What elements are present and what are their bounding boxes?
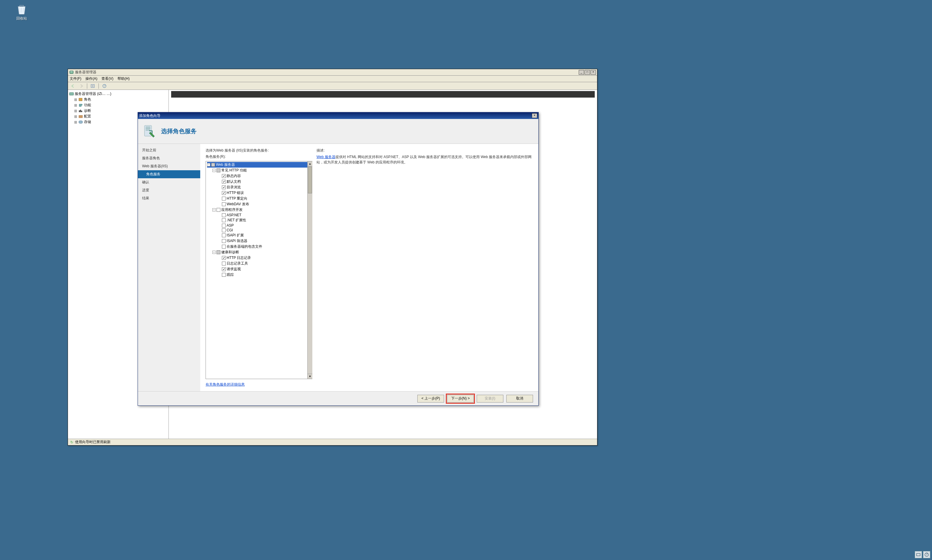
rt-default-doc[interactable]: 默认文档 (222, 179, 311, 185)
next-button[interactable]: 下一步(N) > (447, 395, 474, 403)
tray-window-icon[interactable] (915, 551, 922, 558)
rt-dir-browse[interactable]: 目录浏览 (222, 185, 311, 190)
checkbox-icon[interactable] (222, 197, 226, 200)
checkbox-icon[interactable] (222, 228, 226, 232)
checkbox-icon[interactable] (222, 267, 226, 271)
help-button[interactable]: ? (101, 83, 108, 89)
more-info-link[interactable]: 有关角色服务的详细信息 (206, 382, 312, 387)
desktop-icon-recycle-bin[interactable]: 回收站 (11, 3, 32, 21)
step-results[interactable]: 结果 (138, 194, 200, 202)
checkbox-icon[interactable] (222, 273, 226, 277)
checkbox-icon[interactable] (222, 213, 226, 217)
back-button[interactable] (70, 83, 76, 89)
install-button[interactable]: 安装(I) (477, 395, 503, 403)
rt-ssi[interactable]: 在服务器端的包含文件 (222, 244, 311, 249)
rt-webdav[interactable]: WebDAV 发布 (222, 202, 311, 207)
rt-asp[interactable]: ASP (222, 223, 311, 228)
role-services-tree[interactable]: −Web 服务器 −常见 HTTP 功能 静态内容 默认文档 目录浏览 HTTP… (206, 161, 312, 379)
step-web-iis[interactable]: Web 服务器(IIS) (138, 162, 200, 170)
maximize-button[interactable]: □ (584, 70, 590, 75)
svg-rect-1 (70, 71, 73, 72)
scroll-up-icon[interactable]: ▲ (308, 162, 312, 166)
toolbar: ? (68, 82, 597, 90)
checkbox-icon[interactable] (222, 185, 226, 189)
titlebar[interactable]: 服务器管理器 _ □ × (68, 69, 597, 75)
checkbox-icon[interactable] (222, 245, 226, 249)
rt-common-http[interactable]: −常见 HTTP 功能 (212, 168, 311, 173)
checkbox-icon[interactable] (222, 202, 226, 206)
checkbox-icon[interactable] (222, 256, 226, 260)
features-icon (78, 103, 83, 108)
step-confirm[interactable]: 确认 (138, 178, 200, 186)
roles-icon (78, 98, 83, 102)
step-progress[interactable]: 进度 (138, 186, 200, 194)
description-keyword-link[interactable]: Web 服务器 (317, 155, 335, 159)
close-button[interactable]: × (591, 70, 596, 75)
checkbox-icon[interactable] (222, 180, 226, 184)
checkbox-icon[interactable] (222, 262, 226, 265)
svg-marker-8 (79, 104, 82, 106)
prev-button[interactable]: < 上一步(P) (417, 395, 444, 403)
rt-label: HTTP 错误 (227, 191, 244, 195)
svg-rect-12 (79, 115, 83, 118)
rt-aspnet[interactable]: ASP.NET (222, 213, 311, 217)
step-server-roles[interactable]: 服务器角色 (138, 154, 200, 162)
wizard-icon (143, 124, 157, 138)
storage-icon (78, 120, 83, 124)
rt-app-dev[interactable]: −应用程序开发 (212, 207, 311, 213)
role-tree-scrollbar[interactable]: ▲ ▼ (307, 162, 312, 379)
refresh-button[interactable] (89, 83, 96, 89)
wizard-steps-sidebar: 开始之前 服务器角色 Web 服务器(IIS) 角色服务 确认 进度 结果 (138, 144, 200, 391)
svg-rect-10 (80, 110, 81, 112)
step-before[interactable]: 开始之前 (138, 146, 200, 154)
cancel-button[interactable]: 取消 (506, 395, 533, 403)
rt-http-redirect[interactable]: HTTP 重定向 (222, 196, 311, 202)
rt-label: 常见 HTTP 功能 (221, 168, 247, 173)
rt-http-errors[interactable]: HTTP 错误 (222, 190, 311, 196)
menu-view[interactable]: 查看(V) (102, 76, 113, 81)
refresh-icon: ↻ (70, 440, 73, 444)
forward-button[interactable] (78, 83, 85, 89)
rt-tracing[interactable]: 跟踪 (222, 272, 311, 278)
tree-features[interactable]: ⊞功能 (74, 102, 167, 108)
rt-label: 静态内容 (227, 174, 241, 178)
description-text: Web 服务器提供对 HTML 网站的支持和对 ASP.NET、ASP 以及 W… (317, 154, 533, 165)
menu-file[interactable]: 文件(F) (70, 76, 81, 81)
scroll-down-icon[interactable]: ▼ (308, 374, 312, 379)
rt-net-ext[interactable]: .NET 扩展性 (222, 217, 311, 223)
config-icon (78, 114, 83, 118)
checkbox-icon[interactable] (222, 234, 226, 237)
rt-health[interactable]: −健康和诊断 (212, 249, 311, 255)
dialog-titlebar[interactable]: 添加角色向导 × (138, 112, 538, 119)
svg-rect-11 (81, 111, 82, 112)
tree-label: 配置 (84, 114, 91, 119)
rt-isapi-ext[interactable]: ISAPI 扩展 (222, 232, 311, 238)
rt-label: .NET 扩展性 (227, 218, 246, 223)
menu-help[interactable]: 帮助(H) (117, 76, 130, 81)
menu-action[interactable]: 操作(A) (85, 76, 97, 81)
checkbox-icon[interactable] (222, 239, 226, 243)
svg-rect-9 (79, 110, 80, 112)
dialog-main: 选择为Web 服务器 (IIS)安装的角色服务: 角色服务(R): −Web 服… (200, 144, 538, 391)
checkbox-icon[interactable] (222, 174, 226, 178)
tree-roles[interactable]: ⊞角色 (74, 97, 167, 102)
rt-isapi-filter[interactable]: ISAPI 筛选器 (222, 238, 311, 244)
rt-cgi[interactable]: CGI (222, 228, 311, 232)
tree-root[interactable]: 服务器管理器 (iZi… …) (69, 91, 167, 97)
checkbox-icon[interactable] (222, 224, 226, 228)
rt-log-tools[interactable]: 日志记录工具 (222, 261, 311, 266)
step-role-services[interactable]: 角色服务 (138, 170, 200, 178)
rt-http-log[interactable]: HTTP 日志记录 (222, 255, 311, 261)
dialog-close-button[interactable]: × (532, 113, 537, 118)
rt-static-content[interactable]: 静态内容 (222, 173, 311, 179)
rt-web-server[interactable]: −Web 服务器 (207, 162, 311, 168)
rt-label: ISAPI 扩展 (227, 233, 244, 238)
rt-label: ASP (227, 223, 234, 228)
scroll-thumb[interactable] (308, 167, 312, 193)
checkbox-icon[interactable] (222, 218, 226, 222)
dialog-title: 添加角色向导 (139, 113, 532, 118)
rt-req-monitor[interactable]: 请求监视 (222, 266, 311, 272)
minimize-button[interactable]: _ (579, 70, 584, 75)
tray-help-icon[interactable]: ? (923, 551, 930, 558)
checkbox-icon[interactable] (222, 191, 226, 195)
